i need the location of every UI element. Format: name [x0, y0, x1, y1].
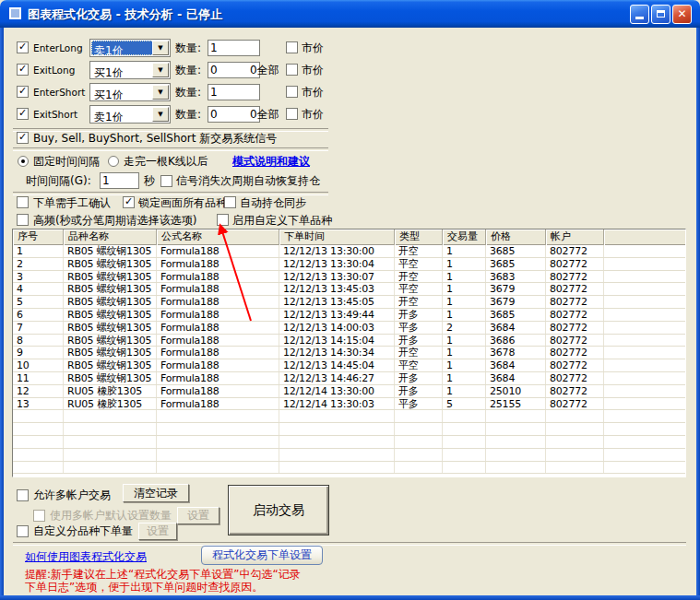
- table-cell: [443, 423, 486, 435]
- table-cell: Formula188: [157, 296, 279, 308]
- table-cell: 开多: [395, 335, 443, 347]
- column-header[interactable]: 下单时间: [279, 229, 395, 245]
- table-row[interactable]: 10RB05 螺纹钢1305Formula18812/12/13 14:45:0…: [13, 359, 685, 372]
- column-header[interactable]: 交易量: [443, 229, 486, 245]
- custom-qty-checkbox[interactable]: [17, 525, 29, 537]
- maximize-button[interactable]: [651, 5, 670, 24]
- market-price-checkbox[interactable]: [286, 41, 298, 53]
- price-type-dropdown[interactable]: 卖1价▼: [89, 105, 171, 124]
- system-signal-checkbox[interactable]: ✓: [17, 132, 29, 144]
- table-cell: 开空: [395, 347, 443, 359]
- fixed-interval-radio[interactable]: [18, 156, 29, 167]
- table-row[interactable]: 9RB05 螺纹钢1305Formula18812/12/13 14:30:34…: [13, 347, 685, 359]
- table-cell: Formula188: [157, 283, 279, 295]
- table-cell: 802772: [546, 283, 604, 295]
- mode-help-link[interactable]: 模式说明和建议: [232, 153, 310, 170]
- market-price-checkbox[interactable]: [286, 64, 298, 76]
- manual-confirm-label: 下单需手工确认: [33, 195, 111, 210]
- table-cell: 802772: [546, 296, 604, 308]
- chevron-down-icon[interactable]: ▼: [152, 63, 169, 77]
- column-header[interactable]: 帐户: [546, 229, 604, 245]
- price-type-dropdown[interactable]: 买1价▼: [89, 83, 171, 101]
- table-cell: Formula188: [157, 398, 279, 410]
- table-cell: [157, 410, 279, 422]
- price-type-dropdown[interactable]: 买1价▼: [89, 61, 171, 79]
- table-cell: [604, 322, 686, 334]
- clear-records-button[interactable]: 清空记录: [123, 484, 189, 502]
- table-cell: 12/12/13 14:46:27: [279, 372, 395, 384]
- table-row[interactable]: 12RU05 橡胶1305Formula18812/12/14 13:30:00…: [13, 385, 685, 398]
- table-cell: Formula188: [157, 359, 279, 371]
- dialog-window: 图表程式化交易 - 技术分析 - 已停止 ✕ ✓EnterLong卖1价▼数量:…: [0, 0, 700, 600]
- table-row[interactable]: 13RU05 橡胶1305Formula18812/12/14 13:30:03…: [13, 398, 685, 411]
- lock-all-symbols-checkbox[interactable]: ✓: [123, 196, 135, 208]
- table-cell: [395, 462, 443, 474]
- table-cell: 10: [13, 359, 64, 371]
- order-settings-button[interactable]: 程式化交易下单设置: [201, 546, 323, 565]
- table-header: 序号品种名称公式名称下单时间类型交易量价格帐户: [13, 229, 685, 245]
- column-header[interactable]: 品种名称: [64, 229, 157, 245]
- column-header[interactable]: 公式名称: [157, 229, 279, 245]
- table-body: 1RB05 螺纹钢1305Formula18812/12/13 13:30:00…: [13, 245, 685, 474]
- high-freq-checkbox[interactable]: [17, 214, 29, 226]
- table-row[interactable]: 7RB05 螺纹钢1305Formula18812/12/13 14:00:03…: [13, 322, 685, 335]
- restore-position-checkbox[interactable]: [160, 175, 172, 187]
- table-cell: [604, 410, 686, 422]
- table-row-empty: [13, 410, 685, 423]
- table-row[interactable]: 8RB05 螺纹钢1305Formula18812/12/13 14:15:04…: [13, 335, 685, 347]
- table-row[interactable]: 5RB05 螺纹钢1305Formula18812/12/13 13:45:05…: [13, 296, 685, 309]
- table-cell: 802772: [546, 322, 604, 334]
- signal-enabled-checkbox[interactable]: ✓: [17, 64, 29, 76]
- signal-enabled-checkbox[interactable]: ✓: [17, 108, 29, 120]
- table-row[interactable]: 3RB05 螺纹钢1305Formula18812/12/13 13:30:07…: [13, 271, 685, 284]
- qty-input[interactable]: [208, 84, 260, 100]
- qty-label: 数量:: [175, 39, 201, 57]
- multi-account-checkbox[interactable]: [17, 489, 29, 501]
- chevron-down-icon[interactable]: ▼: [152, 107, 169, 122]
- start-trading-button[interactable]: 启动交易: [228, 485, 329, 535]
- auto-sync-checkbox[interactable]: [224, 196, 236, 208]
- interval-unit-label: 秒: [144, 172, 155, 190]
- table-row[interactable]: 2RB05 螺纹钢1305Formula18812/12/13 13:30:04…: [13, 258, 685, 271]
- qty-input[interactable]: [208, 40, 260, 56]
- signal-label: ExitShort: [33, 105, 89, 124]
- table-cell: 5: [13, 296, 64, 308]
- signal-enabled-checkbox[interactable]: ✓: [17, 41, 29, 53]
- multi-default-qty-checkbox[interactable]: [33, 510, 45, 522]
- signal-enabled-checkbox[interactable]: ✓: [17, 86, 29, 98]
- titlebar[interactable]: 图表程式化交易 - 技术分析 - 已停止 ✕: [0, 0, 700, 28]
- custom-symbol-checkbox[interactable]: [217, 214, 229, 226]
- auto-sync-label: 自动持仓同步: [240, 195, 306, 210]
- market-price-checkbox[interactable]: [286, 86, 298, 98]
- table-cell: 6: [13, 309, 64, 321]
- market-price-checkbox[interactable]: [286, 108, 298, 120]
- column-header[interactable]: [604, 229, 686, 245]
- table-cell: 3679: [486, 283, 546, 295]
- minimize-button[interactable]: [630, 5, 649, 24]
- table-cell: [443, 462, 486, 474]
- table-row[interactable]: 11RB05 螺纹钢1305Formula18812/12/13 14:46:2…: [13, 372, 685, 385]
- after-bar-radio[interactable]: [108, 156, 119, 167]
- chevron-down-icon[interactable]: ▼: [152, 85, 169, 100]
- table-cell: 3678: [486, 347, 546, 359]
- table-cell: [604, 398, 686, 410]
- price-type-dropdown[interactable]: 卖1价▼: [89, 39, 171, 57]
- table-row[interactable]: 4RB05 螺纹钢1305Formula18812/12/13 13:45:03…: [13, 283, 685, 296]
- interval-input[interactable]: [100, 172, 139, 189]
- column-header[interactable]: 价格: [486, 229, 546, 245]
- chevron-down-icon[interactable]: ▼: [152, 41, 169, 55]
- table-cell: [604, 423, 686, 435]
- manual-confirm-checkbox[interactable]: [17, 196, 29, 208]
- column-header[interactable]: 序号: [13, 229, 64, 245]
- price-type-value: 买1价: [91, 63, 154, 77]
- qty-label: 数量:: [175, 105, 201, 124]
- settings-button-1[interactable]: 设置: [177, 507, 219, 524]
- table-row[interactable]: 1RB05 螺纹钢1305Formula18812/12/13 13:30:00…: [13, 245, 685, 258]
- close-button[interactable]: ✕: [672, 5, 692, 24]
- settings-button-2[interactable]: 设置: [138, 523, 177, 540]
- how-to-use-link[interactable]: 如何使用图表程式化交易: [25, 549, 147, 565]
- column-header[interactable]: 类型: [395, 229, 443, 245]
- table-row-empty: [13, 449, 685, 462]
- table-cell: RB05 螺纹钢1305: [64, 335, 157, 347]
- table-row[interactable]: 6RB05 螺纹钢1305Formula18812/12/13 13:49:44…: [13, 309, 685, 322]
